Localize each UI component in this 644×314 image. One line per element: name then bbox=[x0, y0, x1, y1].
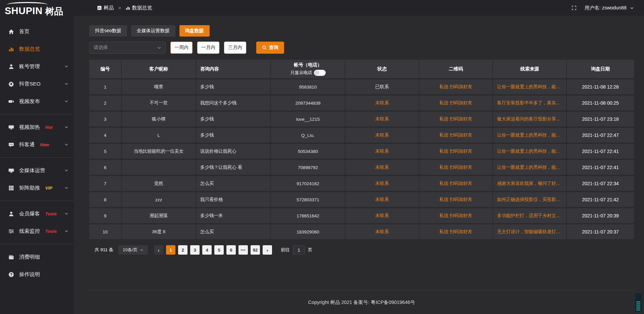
logo-text-cn: 树品 bbox=[45, 5, 63, 17]
sidebar-item-home[interactable]: 首页 bbox=[0, 23, 74, 40]
page-button-4[interactable]: 4 bbox=[202, 245, 212, 255]
sidebar-item-badge: New bbox=[40, 142, 49, 147]
sidebar-item-matrix-boost[interactable]: 矩阵助推 VIP bbox=[0, 179, 74, 197]
tab-douyin-seo-data[interactable]: 抖音seo数据 bbox=[89, 25, 127, 37]
cell-account: 2097344839 bbox=[271, 96, 345, 112]
search-button[interactable]: 查询 bbox=[256, 42, 284, 54]
cell-source[interactable]: 被大家追着问的客厅投影分享... bbox=[493, 112, 567, 128]
table-row[interactable]: 5 当地比较能吃的一位美女 说说价格让我死心 50534380 未联系 私信 扫… bbox=[89, 144, 634, 160]
cell-qrcode[interactable]: 私信 扫码加好友 bbox=[419, 144, 493, 160]
cell-source[interactable]: 感谢大家喜欢我家，被问了好... bbox=[493, 176, 567, 192]
page-button-5[interactable]: 5 bbox=[214, 245, 224, 255]
cell-qrcode[interactable]: 私信 扫码加好友 bbox=[419, 224, 493, 241]
cell-account: 572803371 bbox=[271, 192, 345, 208]
cell-qrcode[interactable]: 私信 扫码加好友 bbox=[419, 176, 493, 192]
period-button-2[interactable]: 三月内 bbox=[224, 42, 246, 54]
tab-inquiry-data[interactable]: 询盘数据 bbox=[179, 25, 210, 37]
cell-source[interactable]: 让你一眼就爱上的黑科技，能... bbox=[493, 128, 567, 144]
cell-account: 178651642 bbox=[271, 208, 345, 224]
sidebar-item-douketong[interactable]: 抖客通 New bbox=[0, 136, 74, 153]
sidebar-item-account-manage[interactable]: 账号管理 bbox=[0, 58, 74, 75]
sidebar-item-label: 会员爆客 bbox=[19, 210, 40, 217]
cell-qrcode[interactable]: 私信 扫码加好友 bbox=[419, 160, 493, 176]
page-button-3[interactable]: 3 bbox=[190, 245, 200, 255]
cell-qrcode[interactable]: 私信 扫码加好友 bbox=[419, 96, 493, 112]
app-square-icon bbox=[97, 6, 102, 10]
period-button-1[interactable]: 一月内 bbox=[197, 42, 219, 54]
question-icon bbox=[8, 272, 14, 277]
sidebar-item-badge: Hot bbox=[45, 125, 53, 130]
cell-qrcode[interactable]: 私信 扫码加好友 bbox=[419, 208, 493, 224]
sidebar-item-operation-guide[interactable]: 操作说明 bbox=[0, 266, 74, 283]
table-row[interactable]: 3 狐小狸 多少钱 love__1215 未联系 私信 扫码加好友 被大家追着问… bbox=[89, 112, 634, 128]
table-row[interactable]: 4 L 多少钱 Q_Liu. 未联系 私信 扫码加好友 让你一眼就爱上的黑科技，… bbox=[89, 128, 634, 144]
chevron-down-icon bbox=[64, 64, 68, 68]
sidebar-item-media-ops[interactable]: 全媒体运营 bbox=[0, 162, 74, 179]
next-page-button[interactable]: › bbox=[263, 245, 272, 255]
table-row[interactable]: 9 潮起潮落 多少钱一米 178651642 未联系 私信 扫码加好友 多功能护… bbox=[89, 208, 634, 224]
sidebar-item-label: 消费明细 bbox=[19, 254, 40, 261]
pagination: 共 911 条 10条/页 ‹ 123456•••92 › 前往 页 bbox=[89, 245, 634, 255]
sidebar-divider bbox=[0, 201, 74, 201]
table-row[interactable]: 7 觉然 怎么买 917024162 未联系 私信 扫码加好友 感谢大家喜欢我家… bbox=[89, 176, 634, 192]
sidebar-item-consume-detail[interactable]: 消费明细 bbox=[0, 248, 74, 266]
chevron-down-icon[interactable] bbox=[630, 6, 634, 10]
col-qrcode: 二维码 bbox=[419, 60, 493, 80]
cell-qrcode[interactable]: 私信 扫码加好友 bbox=[419, 192, 493, 208]
bar-chart-icon bbox=[8, 46, 14, 52]
cell-date: 2021-11-08 12:28 bbox=[567, 80, 634, 96]
goto-page-input[interactable] bbox=[293, 245, 305, 255]
phone-only-toggle[interactable] bbox=[314, 70, 326, 76]
period-button-0[interactable]: 一周内 bbox=[170, 42, 193, 54]
chevron-down-icon bbox=[64, 82, 68, 86]
cell-content: 多少钱 bbox=[196, 112, 271, 128]
prev-page-button[interactable]: ‹ bbox=[154, 245, 163, 255]
cell-account: 917024162 bbox=[271, 176, 345, 192]
cell-content: 怎么买 bbox=[196, 224, 271, 241]
cell-source[interactable]: 让你一眼就爱上的黑科技，能... bbox=[493, 144, 567, 160]
table-row[interactable]: 8 zzz 我只看价格 572803371 未联系 私信 扫码加好友 如何正确选… bbox=[89, 192, 634, 208]
page-button-92[interactable]: 92 bbox=[251, 245, 260, 255]
cell-qrcode[interactable]: 私信 扫码加好友 bbox=[419, 112, 493, 128]
cell-source[interactable]: 无主灯设计，智能磁吸轨道灯... bbox=[493, 224, 567, 241]
col-source: 线索来源 bbox=[493, 60, 567, 80]
page-button-2[interactable]: 2 bbox=[178, 245, 187, 255]
sidebar-item-label: 视频加热 bbox=[19, 124, 40, 131]
cell-source[interactable]: 让你一眼就爱上的黑科技，能... bbox=[493, 160, 567, 176]
username[interactable]: 用户名: zswodun88 bbox=[585, 5, 627, 11]
gear-icon bbox=[8, 81, 14, 87]
cell-source[interactable]: 如何正确选择投影仪，买投影... bbox=[493, 192, 567, 208]
page-size-select[interactable]: 10条/页 bbox=[118, 245, 148, 255]
cell-no: 5 bbox=[89, 144, 122, 160]
tab-media-ops-data[interactable]: 全媒体运营数据 bbox=[131, 25, 175, 37]
page-button-1[interactable]: 1 bbox=[166, 245, 175, 255]
table-row[interactable]: 2 不可一世 我想问这个多少钱 2097344839 未联系 私信 扫码加好友 … bbox=[89, 96, 634, 112]
sidebar-item-video-heat[interactable]: 视频加热 Hot bbox=[0, 118, 74, 136]
cell-source[interactable]: 多功能护栏灯，适用于乡村文... bbox=[493, 208, 567, 224]
cell-qrcode[interactable]: 私信 扫码加好友 bbox=[419, 80, 493, 96]
sidebar-item-member-burst[interactable]: 会员爆客 Tools bbox=[0, 205, 74, 222]
header-right: 用户名: zswodun88 bbox=[572, 5, 634, 11]
page-button-•••[interactable]: ••• bbox=[238, 245, 248, 255]
table-row[interactable]: 10 36度 8 怎么买 183929060 未联系 私信 扫码加好友 无主灯设… bbox=[89, 224, 634, 241]
cell-source[interactable]: 让你一眼就爱上的黑科技，能... bbox=[493, 80, 567, 96]
cell-nickname: 狐小狸 bbox=[122, 112, 196, 128]
cell-source[interactable]: 客厅安装投影半年多了，真实... bbox=[493, 96, 567, 112]
table-row[interactable]: 1 哦章 多少钱 9583810 已联系 私信 扫码加好友 让你一眼就爱上的黑科… bbox=[89, 80, 634, 96]
sidebar-item-clue-monitor[interactable]: 线索监控 Tools bbox=[0, 222, 74, 240]
page-button-6[interactable]: 6 bbox=[226, 245, 236, 255]
sidebar-item-douyin-seo[interactable]: 抖音SEO bbox=[0, 75, 74, 93]
fullscreen-icon[interactable] bbox=[572, 5, 577, 10]
sidebar-item-video-publish[interactable]: 视频发布 bbox=[0, 93, 74, 110]
account-select[interactable]: 请选择 bbox=[89, 42, 166, 54]
cell-status: 未联系 bbox=[345, 144, 419, 160]
floating-widget[interactable] bbox=[635, 293, 642, 312]
breadcrumb-root[interactable]: 树品 bbox=[104, 5, 114, 11]
chevron-down-icon bbox=[64, 186, 68, 190]
cell-qrcode[interactable]: 私信 扫码加好友 bbox=[419, 128, 493, 144]
table-row[interactable]: 6 多少钱？让我死心 看 70898792 未联系 私信 扫码加好友 让你一眼就… bbox=[89, 160, 634, 176]
sidebar-item-label: 抖音SEO bbox=[19, 81, 41, 88]
sidebar-item-data-overview[interactable]: 数据总览 bbox=[0, 40, 74, 58]
cell-content: 怎么买 bbox=[196, 176, 271, 192]
sidebar-menu: 首页 数据总览 账号管理 抖音SEO 视频发布 视频加热 H bbox=[0, 20, 74, 283]
